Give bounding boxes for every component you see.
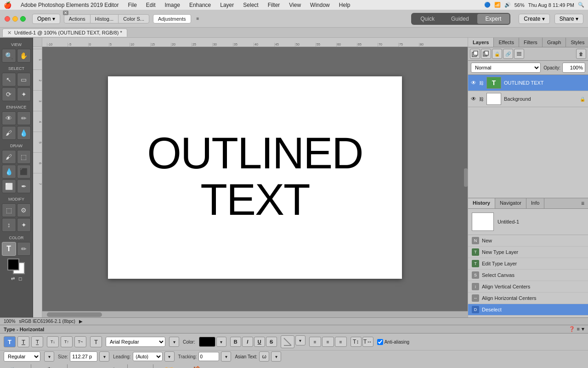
doc-tab-close[interactable]: ✕ [7, 30, 11, 36]
layout-btn[interactable]: ⊞ Layout [131, 364, 149, 368]
merge-icon[interactable] [514, 49, 524, 59]
brush-tool[interactable]: 🖌 [2, 150, 16, 164]
layer-link-icon[interactable]: ⛓ [479, 80, 484, 86]
reset-colors-icon[interactable]: ◻ [18, 276, 22, 281]
text-orientation-btn[interactable] [281, 335, 294, 348]
mode-expert[interactable]: Expert [477, 14, 510, 24]
move-tool[interactable]: ↖ [2, 73, 16, 86]
underline-btn[interactable]: U [254, 337, 265, 347]
transform-tool[interactable]: ⚙ [17, 203, 31, 217]
font-color-swatch[interactable] [199, 337, 215, 347]
magic-wand-tool[interactable]: ✦ [17, 87, 31, 101]
undo-btn[interactable]: ↩ Undo [71, 364, 87, 368]
type-tool[interactable]: T [2, 242, 16, 256]
tab-layers[interactable]: Layers [468, 38, 494, 47]
panel-options-icon[interactable]: ≡ [197, 16, 199, 21]
new-layer-copy-icon[interactable]: + [481, 49, 491, 59]
red-eye-tool[interactable]: 👁 [2, 111, 16, 125]
history-item-deselect[interactable]: D Deselect [468, 304, 588, 316]
zoom-tool[interactable]: 🔍 [2, 49, 16, 63]
color-picker-dropdown[interactable]: ▾ [216, 337, 226, 347]
crop-tool[interactable]: ⬚ [2, 203, 16, 217]
smart-brush[interactable]: ✦ [17, 218, 31, 232]
tab-info[interactable]: Info [526, 198, 544, 208]
type-underline-btn[interactable]: T [17, 336, 29, 347]
lasso-tool[interactable]: ⟳ [2, 87, 16, 101]
menu-filter[interactable]: Filter [266, 2, 282, 8]
leading-dropdown-btn[interactable]: ▾ [164, 351, 175, 362]
adjustments-tab[interactable]: Adjustments [153, 14, 191, 23]
blend-mode-select[interactable]: Normal Multiply Screen Overlay [471, 63, 541, 73]
photo-bin-btn[interactable]: 📷 Photo Bin [4, 364, 27, 368]
style-dropdown-btn[interactable]: ▾ [44, 351, 54, 362]
marquee-tool[interactable]: ▭ [17, 73, 31, 86]
share-button[interactable]: Share ▾ [554, 14, 583, 24]
mode-guided[interactable]: Guided [443, 14, 477, 24]
anti-alias-checkbox[interactable] [377, 339, 383, 345]
type-horizontal-btn[interactable]: T [4, 336, 16, 347]
panel-tab-histog[interactable]: Histog... [90, 15, 119, 23]
canvas-document[interactable]: OUTLINED TEXT [108, 76, 402, 279]
status-arrow[interactable]: ▶ [79, 319, 83, 324]
menu-view[interactable]: View [287, 2, 303, 8]
menu-help[interactable]: Help [337, 2, 352, 8]
font-family-select[interactable]: Arial Regular Arial Bold Helvetica [106, 337, 165, 347]
options-icon[interactable]: ≡ [577, 326, 580, 332]
open-button[interactable]: Open ▾ [32, 14, 60, 24]
help-icon[interactable]: ❓ [569, 326, 575, 332]
tab-navigator[interactable]: Navigator [495, 198, 526, 208]
panel-resize-handle[interactable] [464, 168, 468, 187]
history-item-align-h[interactable]: ↔ Align Horizontal Centers [468, 293, 588, 304]
collapse-icon[interactable]: ▾ [582, 326, 584, 332]
mode-quick[interactable]: Quick [412, 14, 443, 24]
align-center-btn[interactable]: ≡ [322, 337, 334, 347]
type-warped-btn[interactable]: T~ [74, 336, 86, 347]
menu-file[interactable]: File [126, 2, 138, 8]
type-subscript-btn[interactable]: T↓ [47, 336, 59, 347]
lock-icon[interactable]: 🔒 [492, 49, 502, 59]
recompose-tool[interactable]: ↕ [2, 218, 16, 232]
tracking-dropdown-btn[interactable]: ▾ [221, 351, 231, 362]
panel-close[interactable]: ✕ [63, 11, 68, 15]
history-item-new[interactable]: N New [468, 235, 588, 247]
strikethrough-btn[interactable]: S [266, 337, 277, 347]
new-layer-icon[interactable] [470, 49, 480, 59]
vertical-text-btn2[interactable]: T↔ [362, 337, 373, 347]
apple-menu[interactable]: 🍎 [4, 1, 11, 9]
panel-tab-colors[interactable]: Color S... [119, 15, 149, 23]
hand-tool[interactable]: ✋ [17, 49, 31, 63]
shape-tool[interactable]: ⬛ [17, 165, 31, 178]
close-window-btn[interactable] [5, 16, 10, 22]
panel-tab-actions[interactable]: Actions [64, 15, 90, 23]
blur-tool[interactable]: 💧 [17, 126, 31, 140]
document-tab[interactable]: ✕ Untitled-1 @ 100% (OUTLINED TEXT, RGB/… [2, 29, 127, 37]
maximize-window-btn[interactable] [20, 16, 26, 22]
type-strikethrough-btn[interactable]: T̲ [31, 336, 43, 347]
rotate-btn[interactable]: ⟳ Rotate [106, 364, 124, 368]
foreground-color-swatch[interactable] [7, 259, 19, 270]
redo-btn[interactable]: ↪ Redo [89, 364, 104, 368]
home-screen-btn[interactable]: 🏠 Home Screen [182, 364, 213, 368]
leading-select[interactable]: (Auto) 12 14 [133, 352, 163, 361]
menu-enhance[interactable]: Enhance [187, 2, 213, 8]
scrollbar-thumb[interactable] [47, 312, 102, 317]
menu-layer[interactable]: Layer [218, 2, 236, 8]
layer-item-outlined-text[interactable]: 👁 ⛓ T OUTLINED TEXT [468, 75, 588, 91]
bold-btn[interactable]: B [230, 337, 241, 347]
menu-select[interactable]: Select [241, 2, 260, 8]
swap-colors-icon[interactable]: ⇄ [11, 276, 15, 281]
smudge-tool[interactable]: ✏ [17, 242, 31, 256]
orientation-dropdown[interactable]: ▾ [295, 335, 305, 345]
history-item-edit-type-layer[interactable]: T Edit Type Layer [468, 258, 588, 270]
history-expand-icon[interactable]: ≡ [577, 198, 588, 208]
canvas-area[interactable]: OUTLINED TEXT [42, 47, 468, 308]
history-item-new-type-layer[interactable]: T New Type Layer [468, 247, 588, 258]
tab-effects[interactable]: Effects [494, 38, 519, 47]
healing-tool[interactable]: ✏ [17, 111, 31, 125]
type-mask-btn[interactable]: T [90, 336, 102, 347]
menu-edit[interactable]: Edit [144, 2, 158, 8]
history-item-apply-style[interactable]: A Apply Style [468, 316, 588, 317]
type-superscript-btn[interactable]: T↑ [61, 336, 73, 347]
history-item-align-v[interactable]: ↕ Align Vertical Centers [468, 281, 588, 293]
horizontal-scrollbar[interactable] [42, 311, 468, 317]
